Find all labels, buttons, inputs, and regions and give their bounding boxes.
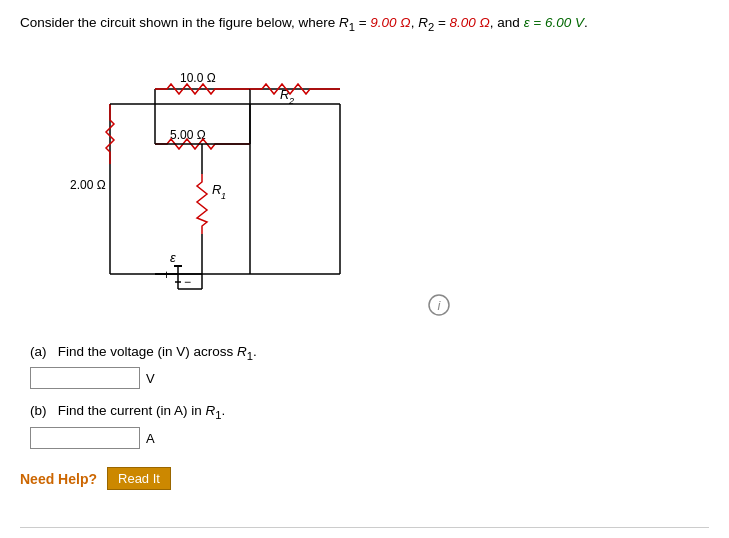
info-icon[interactable]: i <box>428 294 450 319</box>
voltage-unit: V <box>146 371 155 386</box>
bottom-divider <box>20 527 709 528</box>
r2-sub: 2 <box>288 96 294 106</box>
battery-minus: − <box>184 275 191 289</box>
svg-text:i: i <box>438 298 442 313</box>
voltage-input[interactable] <box>30 367 140 389</box>
battery-plus: + <box>163 268 170 282</box>
question-a-answer-row: V <box>30 367 709 389</box>
read-it-button[interactable]: Read It <box>107 467 171 490</box>
outer-resistor-label: 2.00 Ω <box>70 178 106 192</box>
r2-label: R <box>280 87 289 102</box>
question-a-label: (a) Find the voltage (in V) across R1. <box>30 344 709 362</box>
current-input[interactable] <box>30 427 140 449</box>
page: Consider the circuit shown in the figure… <box>0 0 729 538</box>
circuit-svg: 2.00 Ω 10.0 Ω <box>50 44 420 334</box>
problem-text: Consider the circuit shown in the figure… <box>20 12 709 36</box>
questions-section: (a) Find the voltage (in V) across R1. V… <box>20 344 709 449</box>
question-b-block: (b) Find the current (in A) in R1. A <box>30 403 709 449</box>
r1-label: R <box>212 182 221 197</box>
emf-label-circuit: ε <box>170 250 176 265</box>
need-help-section: Need Help? Read It <box>20 467 709 490</box>
r1-resistor-symbol <box>197 174 207 234</box>
need-help-text: Need Help? <box>20 471 97 487</box>
r1-sub: 1 <box>221 191 226 201</box>
current-unit: A <box>146 431 155 446</box>
top-resistor-label: 10.0 Ω <box>180 71 216 85</box>
question-a-block: (a) Find the voltage (in V) across R1. V <box>30 344 709 390</box>
question-b-answer-row: A <box>30 427 709 449</box>
question-b-label: (b) Find the current (in A) in R1. <box>30 403 709 421</box>
circuit-diagram: 2.00 Ω 10.0 Ω <box>50 44 470 334</box>
